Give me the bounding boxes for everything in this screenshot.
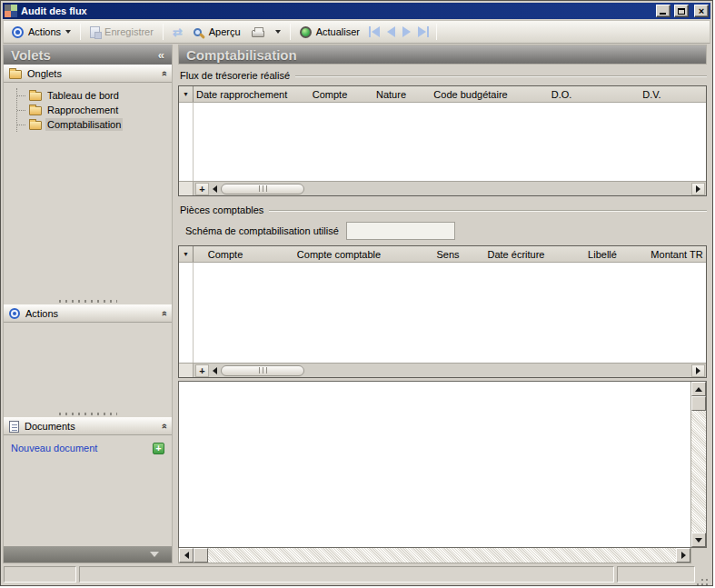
memo-text-area[interactable] bbox=[179, 382, 690, 547]
tree-connector bbox=[17, 110, 25, 111]
nav-first-button[interactable] bbox=[365, 25, 383, 39]
maximize-button[interactable] bbox=[674, 5, 689, 17]
triangle-right-icon bbox=[696, 185, 700, 193]
save-icon bbox=[90, 26, 100, 38]
tree-item-comptabilisation[interactable]: Comptabilisation bbox=[17, 117, 168, 132]
sidebar-splitter-handle[interactable] bbox=[4, 297, 172, 304]
preview-button[interactable]: Aperçu bbox=[188, 25, 246, 39]
refresh-icon bbox=[300, 26, 312, 38]
toolbar-separator bbox=[290, 24, 291, 40]
bullseye-icon bbox=[9, 308, 20, 319]
collapse-chevron-icon[interactable]: » bbox=[158, 311, 169, 316]
add-document-button[interactable]: + bbox=[153, 443, 164, 454]
nav-next-button[interactable] bbox=[399, 25, 414, 39]
tree-item-rapprochement[interactable]: Rapprochement bbox=[17, 103, 168, 117]
toolbar: Actions Enregistrer ⇄ Aperçu Actualiser bbox=[3, 20, 710, 44]
tree-connector bbox=[17, 95, 25, 96]
minimize-button[interactable] bbox=[656, 5, 670, 17]
window-body: Volets « Onglets » Tableau de bord bbox=[3, 45, 710, 563]
scrollbar-thumb[interactable] bbox=[194, 548, 208, 563]
scrollbar-track[interactable] bbox=[208, 548, 676, 563]
preview-label: Aperçu bbox=[209, 26, 241, 37]
scrollbar-thumb[interactable] bbox=[691, 396, 706, 411]
tree-connector bbox=[17, 125, 25, 125]
schema-input[interactable] bbox=[346, 222, 455, 240]
scroll-left-button[interactable] bbox=[179, 548, 194, 563]
chevron-down-icon bbox=[65, 30, 71, 34]
resize-grip[interactable] bbox=[698, 566, 710, 583]
row-selector-dropdown[interactable]: ▼ bbox=[179, 86, 194, 102]
column-header-date-ecriture[interactable]: Date écriture bbox=[475, 246, 557, 262]
group-line bbox=[269, 210, 707, 212]
column-header-compte-comptable[interactable]: Compte comptable bbox=[257, 246, 421, 262]
flux-grid-body[interactable] bbox=[179, 103, 706, 181]
print-options-dropdown[interactable] bbox=[270, 28, 286, 35]
chevron-down-icon[interactable] bbox=[150, 552, 159, 557]
pieces-grid-body[interactable] bbox=[179, 263, 706, 363]
refresh-button[interactable]: Actualiser bbox=[294, 25, 365, 40]
column-header-dv[interactable]: D.V. bbox=[598, 86, 706, 102]
statusbar-panel-3 bbox=[617, 566, 695, 583]
column-header-sens[interactable]: Sens bbox=[421, 246, 475, 262]
nav-last-button[interactable] bbox=[414, 25, 432, 39]
last-record-icon bbox=[418, 26, 426, 37]
append-row-button[interactable]: + bbox=[195, 364, 209, 377]
save-button[interactable]: Enregistrer bbox=[84, 25, 159, 40]
flux-grid-header: ▼ Date rapprochement Compte Nature Code … bbox=[179, 86, 706, 103]
scrollbar-corner bbox=[179, 182, 194, 195]
scroll-right-button[interactable] bbox=[691, 183, 705, 195]
column-header-montant[interactable]: Montant TR bbox=[648, 246, 706, 262]
open-folder-icon bbox=[29, 121, 42, 130]
magnifier-icon bbox=[194, 28, 202, 36]
scroll-left-button[interactable] bbox=[209, 364, 221, 377]
save-label: Enregistrer bbox=[104, 26, 154, 37]
pieces-grid: ▼ Compte Compte comptable Sens Date écri… bbox=[178, 245, 707, 378]
scroll-right-button[interactable] bbox=[676, 548, 690, 563]
column-header-compte[interactable]: Compte bbox=[293, 86, 366, 102]
collapse-chevron-icon[interactable]: » bbox=[158, 424, 169, 429]
scroll-up-button[interactable] bbox=[691, 382, 706, 396]
column-header-do[interactable]: D.O. bbox=[525, 86, 598, 102]
app-window: Audit des flux × Actions Enregistrer ⇄ A… bbox=[0, 0, 713, 586]
scrollbar-track[interactable] bbox=[691, 411, 706, 533]
scroll-down-button[interactable] bbox=[691, 533, 706, 547]
column-header-nature[interactable]: Nature bbox=[366, 86, 416, 102]
panel-header-documents[interactable]: Documents » bbox=[4, 417, 172, 435]
tree-item-label-selected: Comptabilisation bbox=[45, 118, 123, 131]
nav-previous-button[interactable] bbox=[383, 25, 399, 39]
sidebar-splitter-handle[interactable] bbox=[4, 410, 172, 417]
sidebar-collapse-button[interactable]: « bbox=[158, 48, 164, 62]
sync-button[interactable]: ⇄ bbox=[167, 25, 188, 40]
new-document-link[interactable]: Nouveau document bbox=[11, 443, 153, 453]
scroll-left-button[interactable] bbox=[209, 183, 221, 195]
tree-branch: Tableau de bord Rapprochement Comptabili… bbox=[16, 88, 168, 132]
pieces-grid-scrollbar: + bbox=[179, 363, 706, 377]
flux-grid: ▼ Date rapprochement Compte Nature Code … bbox=[178, 85, 707, 196]
append-row-button[interactable]: + bbox=[195, 183, 209, 195]
column-header-libelle[interactable]: Libellé bbox=[557, 246, 648, 262]
folder-icon bbox=[29, 106, 42, 115]
actions-menu-label: Actions bbox=[28, 26, 61, 37]
close-button[interactable]: × bbox=[694, 5, 709, 17]
window-title: Audit des flux bbox=[21, 5, 652, 16]
collapse-chevron-icon[interactable]: » bbox=[158, 71, 169, 76]
minimize-icon bbox=[660, 13, 666, 15]
tree-item-tableau-de-bord[interactable]: Tableau de bord bbox=[17, 88, 168, 103]
column-header-compte[interactable]: Compte bbox=[194, 246, 257, 262]
page-title: Comptabilisation bbox=[186, 47, 297, 63]
print-button[interactable] bbox=[246, 25, 270, 39]
toolbar-separator bbox=[80, 24, 81, 40]
column-header-date-rapprochement[interactable]: Date rapprochement bbox=[194, 86, 293, 102]
scroll-right-button[interactable] bbox=[691, 364, 705, 377]
row-selector-dropdown[interactable]: ▼ bbox=[179, 246, 194, 262]
row-indicator-column bbox=[179, 103, 194, 181]
panel-header-onglets[interactable]: Onglets » bbox=[4, 65, 172, 83]
scrollbar-thumb[interactable] bbox=[221, 365, 304, 376]
group-pieces-label: Pièces comptables bbox=[180, 204, 263, 215]
flux-grid-scrollbar: + bbox=[179, 181, 706, 195]
sidebar-bottom-bar bbox=[4, 546, 172, 563]
panel-header-actions[interactable]: Actions » bbox=[4, 304, 172, 323]
scrollbar-thumb[interactable] bbox=[221, 184, 304, 194]
column-header-code-budgetaire[interactable]: Code budgétaire bbox=[416, 86, 525, 102]
actions-menu-button[interactable]: Actions bbox=[6, 25, 76, 40]
